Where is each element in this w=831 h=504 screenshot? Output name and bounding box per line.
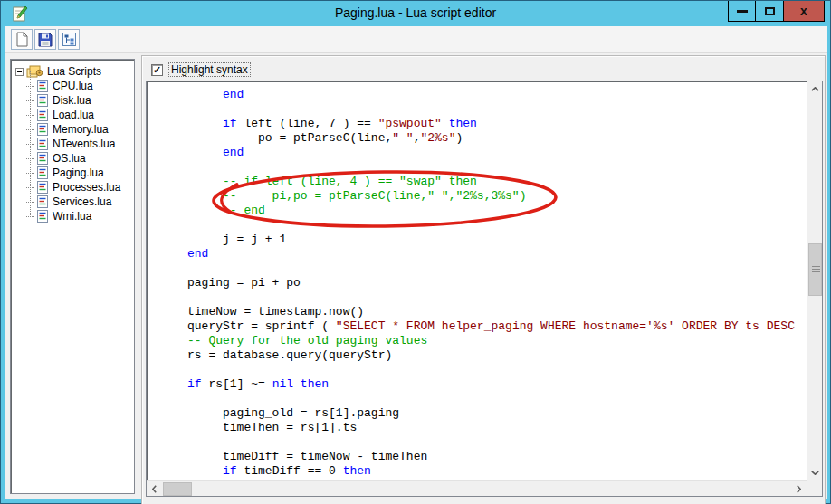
code-line: po = ptParseC(line," ","2%s") <box>152 131 795 146</box>
code-line: end <box>152 88 795 102</box>
maximize-button[interactable] <box>756 1 784 22</box>
code-line: timeDiff = timeNow - timeThen <box>152 450 795 464</box>
tree-item-label: Paging.lua <box>53 166 104 179</box>
script-file-icon <box>36 181 49 194</box>
code-line <box>152 290 795 305</box>
code-editor[interactable]: end if left (line, 7 ) == "pswpout" then… <box>146 81 823 497</box>
minimize-icon <box>737 10 748 13</box>
client-area: Lua Scripts CPU.luaDisk.luaLoad.luaMemor… <box>5 26 827 499</box>
tree-item-label: CPU.lua <box>53 80 93 92</box>
tree-item-label: Processes.lua <box>53 181 120 194</box>
tree-root-label: Lua Scripts <box>47 65 101 78</box>
code-line <box>152 160 795 175</box>
scrollbar-corner <box>807 480 822 496</box>
tree-item-label: Services.lua <box>53 195 111 208</box>
code-line: -- if left (line, 4 ) == "swap" then <box>152 175 795 189</box>
tree-connector <box>30 100 31 115</box>
code-line: paging_old = rs[1].paging <box>152 406 795 421</box>
tree-connector <box>30 187 31 202</box>
new-document-icon <box>14 32 29 47</box>
tree-connector <box>30 202 31 216</box>
script-file-icon <box>36 195 49 208</box>
code-line: rs = database.query(queryStr) <box>152 348 795 363</box>
code-lines: end if left (line, 7 ) == "pswpout" then… <box>152 88 795 479</box>
vertical-scrollbar[interactable] <box>807 81 822 480</box>
tree-expander-icon[interactable] <box>15 68 24 76</box>
scroll-right-button[interactable] <box>791 481 807 497</box>
window-title: Paging.lua - Lua script editor <box>1 5 830 20</box>
save-icon <box>38 33 53 47</box>
scripts-tree: Lua Scripts CPU.luaDisk.luaLoad.luaMemor… <box>10 59 135 494</box>
code-line <box>152 363 795 377</box>
scroll-thumb-grip-icon <box>812 266 820 274</box>
titlebar: Paging.lua - Lua script editor x <box>1 1 830 26</box>
code-line: end <box>152 247 795 262</box>
code-line: -- Query for the old paging values <box>152 334 795 348</box>
tree-items: CPU.luaDisk.luaLoad.luaMemory.luaNTevent… <box>11 79 134 223</box>
script-file-icon <box>36 166 49 179</box>
tree-connector <box>30 115 31 129</box>
tree-connector <box>30 71 31 86</box>
lua-script-editor-window: Paging.lua - Lua script editor x <box>0 0 831 504</box>
tree-item-label: Wmi.lua <box>53 210 91 223</box>
script-tree-button[interactable] <box>58 29 80 50</box>
script-file-icon <box>36 138 49 150</box>
highlight-syntax-label[interactable]: Highlight syntax <box>168 62 251 77</box>
maximize-icon <box>765 7 775 15</box>
code-line: timeThen = rs[1].ts <box>152 421 795 435</box>
code-line <box>152 218 795 233</box>
script-file-icon <box>36 152 49 165</box>
tree-item-wmi-lua[interactable]: Wmi.lua <box>11 209 134 223</box>
scroll-up-button[interactable] <box>807 81 823 97</box>
script-file-icon <box>36 109 49 121</box>
new-script-button[interactable] <box>11 29 33 50</box>
code-line: end <box>152 146 795 160</box>
code-line: queryStr = sprintf ( "SELECT * FROM help… <box>152 319 795 334</box>
code-line: if timeDiff == 0 then <box>152 464 795 479</box>
code-line: -- pi,po = ptParseC(line," ","2%s,3%s") <box>152 189 795 204</box>
scroll-left-button[interactable] <box>147 481 162 497</box>
save-script-button[interactable] <box>34 29 56 50</box>
code-line: j = j + 1 <box>152 233 795 247</box>
tree-view-icon <box>62 33 76 46</box>
tree-item-label: Memory.lua <box>53 123 109 136</box>
code-line <box>152 102 795 117</box>
close-button[interactable]: x <box>784 1 825 22</box>
toolbar <box>5 26 827 53</box>
code-viewport: end if left (line, 7 ) == "pswpout" then… <box>147 81 807 480</box>
tree-connector <box>30 158 31 173</box>
code-line: if left (line, 7 ) == "pswpout" then <box>152 117 795 131</box>
minimize-button[interactable] <box>728 1 756 22</box>
horizontal-scrollbar[interactable] <box>147 480 807 496</box>
code-line <box>152 262 795 276</box>
code-line <box>152 435 795 450</box>
scroll-down-button[interactable] <box>807 465 823 480</box>
tree-connector <box>30 173 31 187</box>
script-file-icon <box>36 80 49 92</box>
horizontal-scroll-thumb[interactable] <box>163 482 192 496</box>
tree-item-label: NTevents.lua <box>53 138 115 150</box>
script-file-icon <box>36 210 49 223</box>
lua-scripts-folder-icon <box>26 65 43 78</box>
checkbox-check-icon[interactable]: ✓ <box>151 64 163 76</box>
editor-panel: ✓ Highlight syntax end if left (line, 7 … <box>141 55 826 504</box>
tree-item-label: OS.lua <box>53 152 86 165</box>
code-line: if rs[1] ~= nil then <box>152 377 795 392</box>
tree-connector <box>30 86 31 100</box>
script-file-icon <box>36 94 49 107</box>
code-line: paging = pi + po <box>152 276 795 290</box>
close-icon: x <box>800 4 807 18</box>
highlight-syntax-checkbox[interactable]: ✓ Highlight syntax <box>151 62 251 77</box>
code-line: timeNow = timestamp.now() <box>152 305 795 319</box>
script-file-icon <box>36 123 49 136</box>
tree-item-label: Disk.lua <box>53 94 91 107</box>
tree-connector <box>30 144 31 158</box>
tree-item-label: Load.lua <box>53 109 94 121</box>
code-line: -- end <box>152 204 795 218</box>
window-controls: x <box>728 1 825 22</box>
tree-connector <box>30 129 31 144</box>
code-line <box>152 392 795 406</box>
vertical-scroll-thumb[interactable] <box>808 243 822 296</box>
